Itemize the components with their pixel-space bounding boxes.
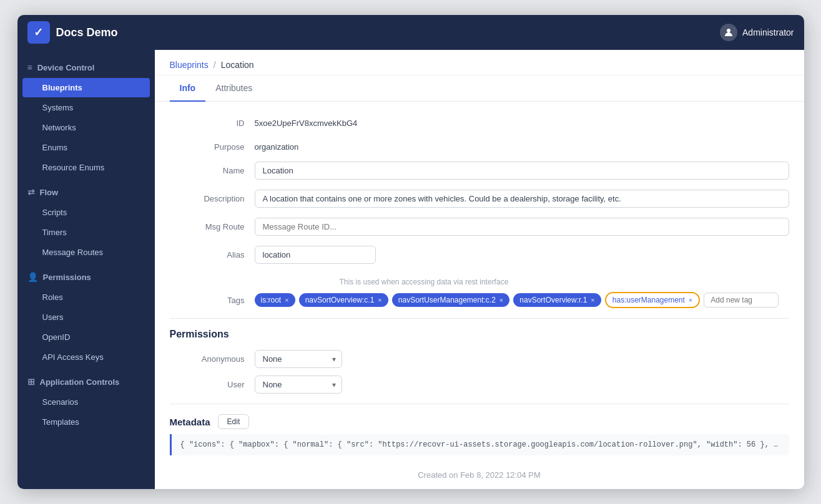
device-control-label: Device Control [37,63,95,72]
breadcrumb-parent-link[interactable]: Blueprints [170,60,209,70]
admin-icon [720,24,737,41]
sidebar-item-networks[interactable]: Networks [22,118,150,137]
msg-route-row: Msg Route [170,218,789,236]
tab-info[interactable]: Info [170,75,206,102]
permissions-section-label: Permissions [43,273,91,282]
purpose-value: organization [255,138,299,152]
breadcrumb: Blueprints / Location [155,50,804,75]
sidebar-item-roles[interactable]: Roles [22,288,150,307]
flow-icon: ⇄ [27,187,35,197]
tags-label: Tags [170,292,245,305]
sidebar-item-message-routes[interactable]: Message Routes [22,243,150,262]
metadata-edit-button[interactable]: Edit [218,414,250,429]
sidebar-item-blueprints[interactable]: Blueprints [22,78,150,97]
alias-hint: This is used when accessing data via res… [340,276,509,286]
tag-has-user-management-close[interactable]: × [689,296,692,304]
user-select-wrapper: None Read Write Admin [255,376,342,394]
add-tag-input[interactable] [704,293,779,308]
alias-section: Alias This is used when accessing data v… [255,246,789,287]
id-value: 5xoe2UpeFrV8xcmvekKbG4 [255,114,358,128]
sidebar-item-scenarios[interactable]: Scenarios [22,392,150,412]
tab-attributes[interactable]: Attributes [205,75,262,102]
metadata-code: { "icons": { "mapbox": { "normal": { "sr… [170,434,789,455]
purpose-row: Purpose organization [170,138,789,152]
sidebar-item-resource-enums[interactable]: Resource Enums [22,158,150,177]
anonymous-select-wrapper: None Read Write Admin [255,350,342,368]
permissions-section-title: Permissions [170,329,789,340]
application-controls-label: Application Controls [40,377,120,387]
sidebar: ≡ Device Control Blueprints Systems Netw… [17,50,155,489]
sidebar-item-scripts[interactable]: Scripts [22,203,150,222]
admin-area: Administrator [720,24,794,41]
metadata-divider [170,404,789,404]
tag-nav-sort-overview-r1-close[interactable]: × [591,296,594,304]
tags-container: is:root × navSortOverview:c.1 × navSortU… [255,292,789,308]
alias-input[interactable] [255,246,376,264]
created-at: Created on Feb 8, 2022 12:04 PM [170,470,789,480]
tag-nav-sort-overview-r1: navSortOverview:r.1 × [513,293,601,307]
alias-row: Alias [170,246,376,264]
user-select[interactable]: None Read Write Admin [255,376,342,394]
app-logo-icon: ✓ [27,21,50,44]
sidebar-item-api-access-keys[interactable]: API Access Keys [22,347,150,367]
tag-nav-sort-overview-c1-close[interactable]: × [378,296,381,304]
svg-point-0 [727,29,730,32]
sidebar-section-header-permissions[interactable]: 👤 Permissions [17,267,155,287]
tag-nav-sort-user-management-c2-close[interactable]: × [499,296,503,304]
content-area: Blueprints / Location Info Attributes ID… [155,50,804,489]
sidebar-item-users[interactable]: Users [22,308,150,327]
app-title: Docs Demo [56,26,118,39]
sidebar-section-header-application-controls[interactable]: ⊞ Application Controls [17,372,155,392]
alias-label: Alias [170,246,245,259]
anonymous-label: Anonymous [170,354,245,364]
name-input[interactable] [255,162,789,180]
tabs-bar: Info Attributes [155,75,804,102]
sidebar-item-enums[interactable]: Enums [22,138,150,157]
id-row: ID 5xoe2UpeFrV8xcmvekKbG4 [170,114,789,128]
description-label: Description [170,190,245,203]
msg-route-label: Msg Route [170,218,245,231]
tag-nav-sort-overview-c1: navSortOverview:c.1 × [299,293,388,307]
breadcrumb-separator: / [214,60,216,70]
sidebar-section-flow: ⇄ Flow Scripts Timers Message Routes [17,182,155,262]
tags-row: Tags is:root × navSortOverview:c.1 × nav… [170,292,789,308]
tag-is-root-close[interactable]: × [285,296,288,304]
anonymous-select[interactable]: None Read Write Admin [255,350,342,368]
top-nav: ✓ Docs Demo Administrator [17,15,804,50]
purpose-label: Purpose [170,138,245,152]
sidebar-item-openid[interactable]: OpenID [22,327,150,347]
sidebar-section-header-device-control[interactable]: ≡ Device Control [17,57,155,77]
sidebar-item-timers[interactable]: Timers [22,223,150,242]
device-control-icon: ≡ [27,62,32,72]
logo-area: ✓ Docs Demo [27,21,118,44]
permissions-divider [170,318,789,319]
flow-label: Flow [40,188,59,197]
content-scroll: ID 5xoe2UpeFrV8xcmvekKbG4 Purpose organi… [155,102,804,489]
tag-is-root: is:root × [255,293,295,307]
sidebar-section-device-control: ≡ Device Control Blueprints Systems Netw… [17,57,155,177]
sidebar-item-templates[interactable]: Templates [22,412,150,432]
breadcrumb-current: Location [221,60,254,70]
metadata-label: Metadata [170,417,210,427]
tag-has-user-management: has:userManagement × [605,292,701,308]
admin-label: Administrator [742,27,794,37]
sidebar-section-header-flow[interactable]: ⇄ Flow [17,182,155,202]
sidebar-item-systems[interactable]: Systems [22,98,150,117]
description-input[interactable] [255,190,789,208]
id-label: ID [170,114,245,128]
tag-nav-sort-user-management-c2: navSortUserManagement:c.2 × [392,293,510,307]
permissions-icon: 👤 [27,272,38,282]
user-label: User [170,380,245,389]
name-label: Name [170,162,245,175]
user-row: User None Read Write Admin [170,376,789,394]
metadata-header: Metadata Edit [170,414,789,429]
sidebar-section-application-controls: ⊞ Application Controls Scenarios Templat… [17,372,155,432]
name-row: Name [170,162,789,180]
msg-route-input[interactable] [255,218,789,236]
application-controls-icon: ⊞ [27,377,35,387]
anonymous-row: Anonymous None Read Write Admin [170,350,789,368]
sidebar-section-permissions: 👤 Permissions Roles Users OpenID API Acc… [17,267,155,367]
description-row: Description [170,190,789,208]
